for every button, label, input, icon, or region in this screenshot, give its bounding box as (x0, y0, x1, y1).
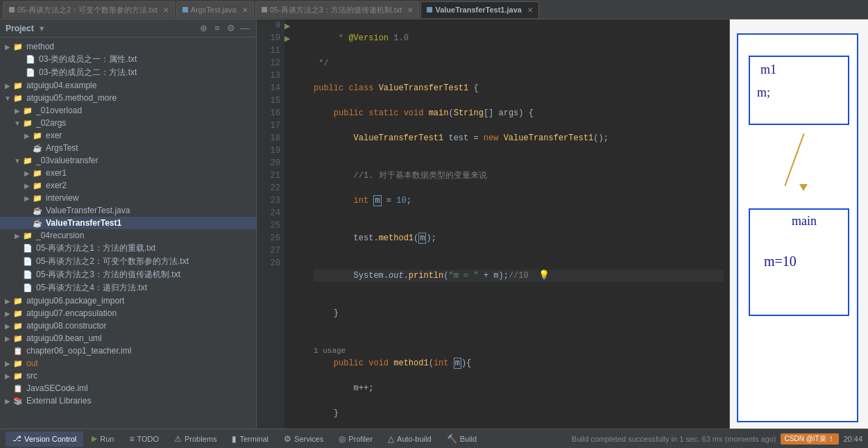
list-item[interactable]: ▶ 📁 exer (0, 129, 256, 142)
status-bar: ⎇ Version Control ▶ Run ≡ TODO ⚠ Problem… (0, 429, 868, 448)
java-icon: ☕ (32, 142, 43, 154)
settings-icon[interactable]: ⚙ (225, 23, 237, 34)
code-line-22: } (314, 307, 724, 320)
arrow-icon: ▼ (12, 119, 22, 127)
folder-icon: 📁 (32, 130, 43, 141)
sidebar-header: Project ▼ ⊕ ≡ ⚙ — (0, 19, 256, 38)
list-item[interactable]: ▶ 📁 _04recursion (0, 229, 256, 242)
list-item[interactable]: 📄 03-类的成员之二：方法.txt (0, 66, 256, 79)
arrow-icon: ▶ (3, 310, 12, 317)
tab-close-txt1[interactable]: ✕ (163, 6, 169, 14)
collapse-icon[interactable]: — (239, 23, 250, 34)
list-item[interactable]: ▼ 📁 atguigu05.method_more (0, 92, 256, 104)
tree-label: 05-再谈方法之4：递归方法.txt (36, 282, 147, 294)
folder-icon: 📁 (22, 105, 33, 116)
txt-icon4: 📄 (22, 256, 33, 267)
sort-icon[interactable]: ≡ (212, 23, 223, 34)
tab-txt2[interactable]: 05-再谈方法之3：方法的值传递机制.txt ✕ (255, 1, 420, 18)
tab-close-txt2[interactable]: ✕ (407, 6, 413, 14)
list-item[interactable]: ☕ ValueTransferTest1 (0, 217, 256, 229)
run-icon: ▶ (92, 434, 97, 443)
todo-tab[interactable]: ≡ TODO (122, 431, 166, 447)
list-item[interactable]: ▶ 📁 atguigu04.example (0, 79, 256, 92)
list-item[interactable]: 📄 03-类的成员之一：属性.txt (0, 53, 256, 66)
tree-label: 03-类的成员之一：属性.txt (39, 53, 137, 65)
editor-content: 9 10 11 12 13 14 15 16 17 18 19 20 21 22 (257, 19, 868, 429)
tree-label: atguigu08.constructor (26, 321, 106, 331)
list-item[interactable]: 📋 chapter06_oop1_teacher.iml (0, 345, 256, 357)
code-line-16: int m = 10; (314, 194, 724, 207)
tree-label: exer1 (46, 168, 67, 178)
tab-java1[interactable]: ArgsTest.java ✕ (176, 1, 254, 18)
version-control-label: Version Control (24, 435, 76, 443)
list-item[interactable]: ▶ 📁 src (0, 370, 256, 382)
list-item[interactable]: 📄 05-再谈方法之2：可变个数形参的方法.txt (0, 255, 256, 268)
list-item[interactable]: ▶ 📁 atguigu09.bean_uml (0, 332, 256, 345)
build-label: Build (460, 435, 477, 443)
folder-icon: 📁 (12, 41, 24, 52)
list-item[interactable]: ▼ 📁 _02args (0, 117, 256, 129)
arrow-icon: ▶ (3, 82, 12, 90)
sketch-panel: m1 m; main m=10 (729, 19, 868, 429)
tab-java2[interactable]: ValueTransferTest1.java ✕ (420, 1, 539, 18)
list-item[interactable]: ☕ ArgsTest (0, 142, 256, 154)
tab-label-java2: ValueTransferTest1.java (435, 6, 522, 14)
auto-build-tab[interactable]: △ Auto-build (381, 431, 439, 447)
list-item[interactable]: ▶ 📁 exer1 (0, 167, 256, 179)
fold-gutter (298, 19, 308, 429)
code-line-20: System.out.println("m = " + m);//10 💡 (314, 269, 724, 282)
txt-file-icon (9, 7, 15, 13)
list-item[interactable]: ▶ 📁 out (0, 357, 256, 370)
list-item[interactable]: ▶ 📁 interview (0, 192, 256, 204)
txt-icon3: 📄 (22, 243, 33, 254)
arrow-icon: ▶ (3, 43, 12, 51)
tree-label: _02args (36, 118, 66, 128)
list-item[interactable]: ▶ 📁 _01overload (0, 104, 256, 117)
txt-file-icon2: 📄 (25, 67, 36, 78)
services-tab[interactable]: ⚙ Services (277, 431, 330, 447)
list-item[interactable]: ▶ 📁 atguigu06.package_import (0, 294, 256, 307)
list-item[interactable]: 📄 05-再谈方法之1：方法的重载.txt (0, 242, 256, 255)
terminal-icon: ▮ (232, 434, 237, 444)
csdn-badge: CSDN @IT菜 ！ (781, 433, 840, 445)
profiler-tab[interactable]: ◎ Profiler (332, 431, 380, 447)
iml-icon: 📋 (12, 345, 24, 356)
list-item[interactable]: 📄 05-再谈方法之4：递归方法.txt (0, 281, 256, 294)
todo-label: TODO (137, 435, 159, 443)
code-scroll[interactable]: 9 10 11 12 13 14 15 16 17 18 19 20 21 22 (257, 19, 729, 429)
list-item[interactable]: ☕ ValueTransferTest.java (0, 204, 256, 217)
list-item[interactable]: ▶ 📁 atguigu08.constructor (0, 320, 256, 332)
code-text[interactable]: * @Version 1.0 */ public class ValueTran… (308, 19, 729, 429)
java-file-icon1 (182, 7, 188, 13)
version-control-tab[interactable]: ⎇ Version Control (6, 431, 83, 447)
folder-icon: 📁 (32, 192, 43, 204)
build-tab[interactable]: 🔨 Build (440, 431, 484, 447)
list-item[interactable]: ▶ 📁 exer2 (0, 179, 256, 192)
arrow-icon: ▶ (3, 322, 12, 330)
sketch-main-value: m=10 (750, 233, 848, 290)
tree-label: 05-再谈方法之2：可变个数形参的方法.txt (36, 256, 189, 267)
arrow-icon: ▶ (3, 397, 12, 405)
run-tab[interactable]: ▶ Run (85, 431, 121, 447)
tab-close-java2[interactable]: ✕ (527, 6, 533, 14)
list-item[interactable]: 📄 05-再谈方法之3：方法的值传递机制.txt (0, 268, 256, 281)
services-icon: ⚙ (284, 434, 291, 444)
tab-close-java1[interactable]: ✕ (242, 6, 248, 14)
folder-icon: 📁 (32, 180, 43, 191)
tree-label: method (26, 42, 54, 51)
list-item[interactable]: 📋 JavaSECode.iml (0, 382, 256, 395)
code-panel[interactable]: 9 10 11 12 13 14 15 16 17 18 19 20 21 22 (257, 19, 729, 429)
code-line-26: } (314, 407, 724, 420)
folder-icon: 📁 (12, 308, 24, 319)
list-item[interactable]: ▼ 📁 _03valuetransfer (0, 154, 256, 167)
new-file-icon[interactable]: ⊕ (198, 23, 209, 34)
problems-tab[interactable]: ⚠ Problems (167, 431, 223, 447)
tab-txt1[interactable]: 05-再谈方法之2：可变个数形参的方法.txt ✕ (3, 1, 175, 18)
terminal-tab[interactable]: ▮ Terminal (225, 431, 275, 447)
list-item[interactable]: ▶ 📁 atguigu07.encapsulation (0, 307, 256, 320)
sidebar-chevron-icon[interactable]: ▼ (38, 24, 46, 33)
profiler-label: Profiler (348, 435, 373, 443)
list-item[interactable]: ▶ 📁 method (0, 40, 256, 53)
list-item[interactable]: ▶ 📚 External Libraries (0, 395, 256, 407)
folder-icon: 📁 (22, 117, 33, 128)
